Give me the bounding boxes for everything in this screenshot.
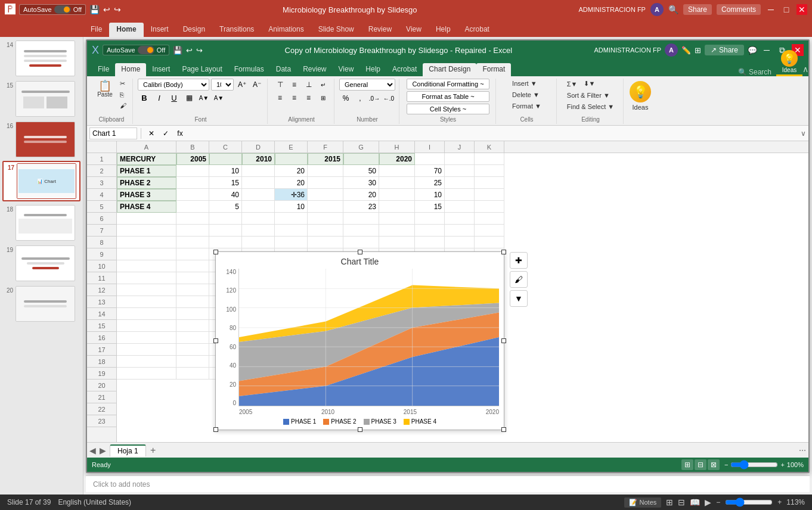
cell-G7[interactable]: [343, 225, 379, 237]
row-header-22[interactable]: 22: [87, 403, 116, 415]
row-header-12[interactable]: 12: [87, 284, 116, 296]
cell-H6[interactable]: [379, 213, 415, 225]
ppt-tab-view[interactable]: View: [399, 23, 429, 37]
cell-A8[interactable]: [117, 237, 176, 248]
col-header-J[interactable]: J: [445, 141, 475, 153]
cell-B4[interactable]: [176, 189, 209, 201]
excel-tab-file[interactable]: File: [92, 63, 115, 76]
decrease-font-button[interactable]: A⁻: [250, 79, 264, 91]
cell-A3[interactable]: PHASE 2: [117, 177, 176, 189]
ppt-tab-insert[interactable]: Insert: [144, 23, 176, 37]
excel-tab-chart-design[interactable]: Chart Design: [423, 63, 476, 76]
cell-H2[interactable]: [379, 165, 415, 177]
cell-D8[interactable]: [242, 237, 275, 248]
cell-E7[interactable]: [275, 225, 308, 237]
ppt-tab-home[interactable]: Home: [109, 23, 143, 37]
row-header-3[interactable]: 3: [87, 177, 116, 189]
align-bottom-button[interactable]: ⊥: [302, 79, 315, 91]
cell-I8[interactable]: [415, 237, 445, 248]
slide-thumb-14[interactable]: 14: [2, 39, 80, 77]
cell-C3[interactable]: 15: [209, 177, 242, 189]
cell-B3[interactable]: [176, 177, 209, 189]
excel-tab-data[interactable]: Data: [270, 63, 297, 76]
excel-search-button[interactable]: 🔍 Search: [733, 68, 776, 76]
resize-handle-bc[interactable]: [358, 427, 362, 432]
cell-I2[interactable]: 70: [415, 165, 445, 177]
save-icon[interactable]: 💾: [89, 5, 100, 14]
collapse-ribbon-button[interactable]: ∧: [802, 64, 808, 76]
cell-J6[interactable]: [445, 213, 475, 225]
minimize-button[interactable]: ─: [765, 4, 776, 15]
ppt-search-icon[interactable]: 🔍: [668, 5, 678, 14]
cell-G2[interactable]: 50: [343, 165, 379, 177]
chart-style-button[interactable]: 🖌: [510, 271, 528, 288]
col-header-K[interactable]: K: [475, 141, 504, 153]
cell-F6[interactable]: [308, 213, 343, 225]
underline-button[interactable]: U: [168, 92, 181, 104]
number-format-select[interactable]: General: [339, 79, 395, 91]
col-header-G[interactable]: G: [343, 141, 379, 153]
cell-F3[interactable]: [308, 177, 343, 189]
cell-J5[interactable]: [445, 201, 475, 213]
sheet-options-button[interactable]: ⋯: [799, 446, 806, 455]
add-sheet-button[interactable]: +: [147, 444, 159, 456]
cell-G4[interactable]: 20: [343, 189, 379, 201]
col-header-D[interactable]: D: [242, 141, 275, 153]
cell-D6[interactable]: [242, 213, 275, 225]
row-header-5[interactable]: 5: [87, 201, 116, 213]
row-header-17[interactable]: 17: [87, 344, 116, 356]
format-cell-button[interactable]: Format ▼: [510, 101, 544, 111]
cut-button[interactable]: ✂: [117, 79, 129, 89]
cell-C6[interactable]: [209, 213, 242, 225]
cell-G5[interactable]: 23: [343, 201, 379, 213]
row-header-16[interactable]: 16: [87, 332, 116, 344]
notes-button[interactable]: 📝 Notes: [624, 497, 662, 508]
cell-B8[interactable]: [176, 237, 209, 248]
excel-autosave[interactable]: AutoSave Off: [103, 45, 169, 55]
cell-G3[interactable]: 30: [343, 177, 379, 189]
row-header-20[interactable]: 20: [87, 380, 116, 391]
sheet-tab-hoja1[interactable]: Hoja 1: [110, 444, 146, 456]
ppt-tab-review[interactable]: Review: [361, 23, 399, 37]
cell-A7[interactable]: [117, 225, 176, 237]
cell-H1[interactable]: 2020: [379, 153, 415, 165]
fill-color-button[interactable]: A▼: [197, 92, 210, 104]
excel-tab-formulas[interactable]: Formulas: [228, 63, 270, 76]
copy-button[interactable]: ⎘: [117, 90, 129, 99]
chart-filter-button[interactable]: ▼: [510, 290, 528, 307]
cell-D5[interactable]: [242, 201, 275, 213]
col-header-C[interactable]: C: [209, 141, 242, 153]
cell-C7[interactable]: [209, 225, 242, 237]
cell-F4[interactable]: [308, 189, 343, 201]
normal-view-button[interactable]: ⊞: [681, 459, 693, 470]
zoom-in-button[interactable]: +: [780, 461, 784, 468]
cell-E2[interactable]: 20: [275, 165, 308, 177]
autosave-badge[interactable]: AutoSave Off: [19, 4, 86, 15]
name-box[interactable]: Chart 1: [89, 128, 137, 139]
excel-tab-acrobat[interactable]: Acrobat: [386, 63, 423, 76]
row-header-9[interactable]: 9: [87, 248, 116, 260]
excel-tab-review[interactable]: Review: [297, 63, 332, 76]
add-chart-element-button[interactable]: ✚: [510, 252, 528, 269]
comma-button[interactable]: ,: [354, 92, 367, 104]
excel-options-icon[interactable]: ✏️: [681, 46, 691, 55]
cell-H8[interactable]: [379, 237, 415, 248]
confirm-formula-button[interactable]: ✓: [159, 128, 172, 139]
cell-I4[interactable]: 10: [415, 189, 445, 201]
cell-G8[interactable]: [343, 237, 379, 248]
col-header-F[interactable]: F: [308, 141, 343, 153]
close-button[interactable]: ✕: [796, 4, 807, 15]
share-button[interactable]: Share: [683, 4, 712, 15]
wrap-text-button[interactable]: ↵: [317, 79, 330, 91]
cell-E5[interactable]: 10: [275, 201, 308, 213]
undo-icon[interactable]: ↩: [103, 5, 110, 14]
excel-save-icon[interactable]: 💾: [173, 46, 182, 55]
slide-thumb-16[interactable]: 16: [2, 120, 80, 158]
col-header-E[interactable]: E: [275, 141, 308, 153]
cell-E8[interactable]: [275, 237, 308, 248]
cell-B9[interactable]: [176, 248, 209, 260]
find-select-button[interactable]: Find & Select ▼: [565, 102, 616, 111]
excel-undo-icon[interactable]: ↩: [186, 46, 193, 55]
cell-H7[interactable]: [379, 225, 415, 237]
cell-A1[interactable]: MERCURY: [117, 153, 176, 165]
